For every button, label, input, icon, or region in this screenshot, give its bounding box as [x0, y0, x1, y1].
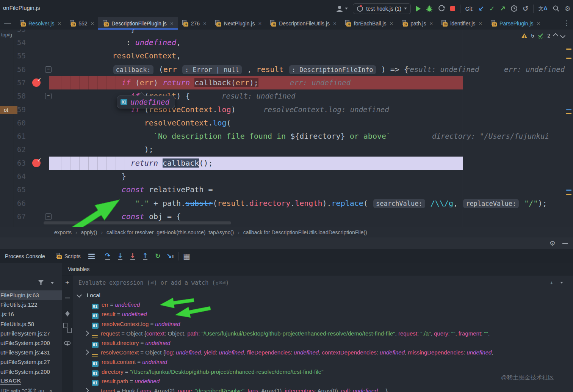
variable-row[interactable]: 01resolveContext.log = undefined [73, 319, 573, 329]
line-number[interactable]: 58 [11, 89, 26, 103]
hide-tabs-icon[interactable]: — [0, 17, 15, 30]
tab-Resolver.js[interactable]: JSResolver.js× [15, 17, 65, 30]
filter-dropdown-icon[interactable] [51, 282, 54, 284]
close-tab-icon[interactable]: × [537, 20, 540, 27]
line-number[interactable]: 57 [11, 76, 26, 89]
variable-row[interactable]: resolveContext = Object {log: undefined,… [73, 348, 573, 357]
variable-row[interactable]: 01err = undefined [73, 300, 573, 309]
tab-process-console[interactable]: Process Console [5, 249, 45, 263]
tab-overflow-menu-icon[interactable]: ⋮ [563, 19, 570, 27]
close-tab-icon[interactable]: × [58, 20, 61, 27]
fold-marker-icon[interactable] [45, 93, 52, 99]
search-icon[interactable] [553, 5, 560, 12]
frame-row[interactable]: FileUtils.js:122 [0, 300, 62, 309]
run-to-cursor-icon[interactable]: ↻ [153, 249, 162, 263]
async-callback-link[interactable]: LBACK [0, 377, 21, 385]
line-number[interactable]: 64 [11, 170, 26, 183]
close-tab-icon[interactable]: × [429, 20, 433, 27]
stripe-mark-warning[interactable] [566, 49, 571, 50]
line-number[interactable]: 54 [11, 36, 26, 49]
breakpoint-icon[interactable] [32, 159, 41, 167]
frame-row[interactable]: putFileSystem.js:27 [0, 357, 62, 367]
tab-scripts[interactable]: JS Scripts [55, 249, 81, 263]
variable-row[interactable]: 01result.directory = undefined [73, 338, 573, 348]
tab-identifier.js[interactable]: JSidentifier.js× [437, 17, 486, 30]
tab-DescriptionFilePlugin.js[interactable]: JSDescriptionFilePlugin.js× [98, 17, 177, 30]
stripe-mark-warning[interactable] [566, 113, 571, 114]
variable-row[interactable]: 01result.content = undefined [73, 357, 573, 367]
frame-row[interactable]: FilePlugin.js:63 [0, 290, 62, 300]
rollback-icon[interactable]: ↺ [523, 5, 528, 13]
tab-NextPlugin.js[interactable]: JSNextPlugin.js× [211, 17, 266, 30]
checks-icon[interactable] [537, 33, 544, 39]
debug-bug-icon[interactable] [426, 5, 433, 13]
git-update-icon[interactable]: ↙ [479, 5, 484, 13]
evaluate-expression-icon[interactable]: ▦ [183, 252, 190, 261]
show-values-eye-icon[interactable] [62, 341, 73, 353]
history-clock-icon[interactable] [510, 5, 518, 12]
tab-variables[interactable]: Variables [68, 263, 89, 276]
close-tab-icon[interactable]: × [479, 20, 482, 27]
step-out-icon[interactable]: ↑ [141, 249, 150, 263]
breadcrumb-item[interactable]: apply() [81, 229, 97, 235]
tab-DescriptionFileUtils.js[interactable]: JSDescriptionFileUtils.js× [266, 17, 341, 30]
chevron-right-icon[interactable] [84, 350, 89, 355]
banner-close-icon[interactable]: × [49, 388, 52, 392]
run-button[interactable] [416, 6, 421, 12]
breakpoint-icon[interactable] [32, 78, 41, 87]
scope-row-local[interactable]: Local [73, 290, 573, 300]
move-up-icon[interactable] [62, 304, 73, 311]
line-number[interactable]: 67 [11, 210, 26, 223]
line-number[interactable]: 61 [11, 130, 26, 143]
line-number[interactable]: 60 [11, 116, 26, 130]
line-number[interactable]: 59 [11, 103, 26, 116]
force-step-into-icon[interactable]: ↓ [128, 249, 137, 263]
step-into-icon[interactable]: ↓ [116, 249, 125, 263]
git-push-icon[interactable]: ↗ [500, 5, 506, 13]
variable-row[interactable]: target = Hook { args: Array(2), name: "d… [73, 386, 573, 392]
next-issue-icon[interactable] [560, 33, 565, 38]
breadcrumb-item[interactable]: exports [54, 229, 72, 235]
stripe-mark-info[interactable] [566, 190, 571, 191]
frame-row[interactable]: utFileSystem.js:200 [0, 367, 62, 376]
prev-issue-icon[interactable] [553, 33, 558, 38]
tab-ParsePlugin.js[interactable]: JSParsePlugin.js× [486, 17, 544, 30]
chevron-right-icon[interactable] [84, 331, 89, 336]
run-config-selector[interactable]: × test-hook.js (1) [353, 3, 411, 14]
frame-row[interactable]: FileUtils.js:58 [0, 319, 62, 329]
fold-marker-icon[interactable] [45, 66, 52, 73]
variable-row[interactable]: request = Object {context: Object, path:… [73, 329, 573, 338]
breadcrumb-item[interactable]: callback for resolver .getHook(this.sour… [106, 229, 234, 235]
warning-triangle-icon[interactable] [521, 33, 528, 39]
line-number[interactable]: 62 [11, 143, 26, 156]
fold-marker-icon[interactable] [45, 213, 52, 220]
evaluate-expression-input[interactable] [78, 278, 534, 288]
remove-watch-icon[interactable] [62, 293, 73, 300]
code-editor[interactable]: top/g ot 53 }54 : undefined,55 resolveCo… [0, 30, 573, 227]
variable-row[interactable]: 01result.path = undefined [73, 376, 573, 386]
minimize-panel-icon[interactable] [562, 243, 568, 244]
add-watch-icon[interactable]: + [62, 279, 73, 287]
filter-funnel-icon[interactable] [38, 280, 44, 285]
debug-settings-gear-icon[interactable]: ⚙ [550, 239, 556, 247]
chevron-right-icon[interactable] [84, 388, 89, 392]
frame-row[interactable]: putFileSystem.js:27 [0, 329, 62, 338]
user-icon[interactable] [336, 5, 348, 13]
stripe-mark-warning[interactable] [566, 194, 571, 195]
tab-forEachBail.js[interactable]: JSforEachBail.js× [341, 17, 397, 30]
move-down-icon[interactable] [62, 317, 73, 323]
smart-step-into-icon[interactable]: ↘I [166, 249, 175, 263]
profiler-icon[interactable] [438, 5, 445, 12]
frame-row[interactable]: utFileSystem.js:200 [0, 338, 62, 348]
step-over-icon[interactable]: ↷ [103, 249, 112, 263]
frame-row[interactable]: .js:16 [0, 309, 62, 319]
close-tab-icon[interactable]: × [170, 20, 174, 27]
expand-watches-icon[interactable] [560, 282, 563, 284]
stripe-mark-warning[interactable] [566, 58, 571, 59]
close-tab-icon[interactable]: × [333, 20, 337, 27]
tab-276[interactable]: JS276× [178, 17, 211, 30]
line-number[interactable]: 65 [11, 183, 26, 196]
close-tab-icon[interactable]: × [390, 20, 393, 27]
frame-row[interactable]: utFileSystem.js:431 [0, 348, 62, 357]
breadcrumb-item[interactable]: callback for DescriptionFileUtils.loadDe… [243, 229, 367, 235]
